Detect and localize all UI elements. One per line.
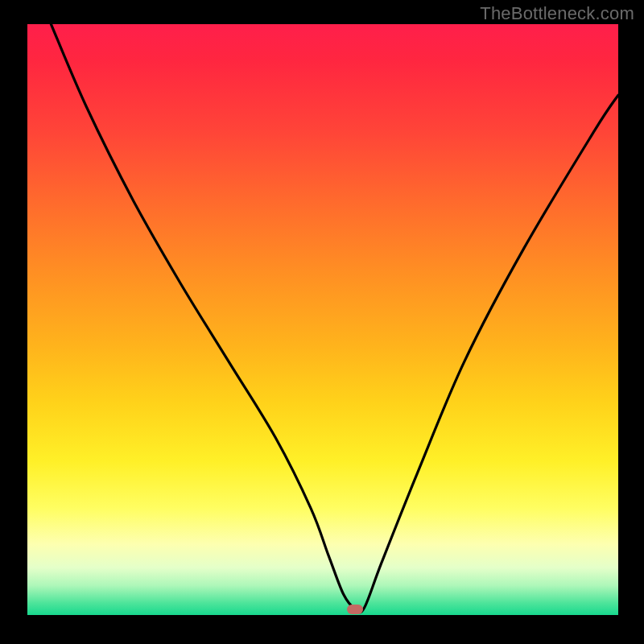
bottleneck-curve: [27, 24, 618, 615]
chart-frame: TheBottleneck.com: [0, 0, 644, 644]
valley-marker: [347, 605, 363, 614]
plot-area: [27, 24, 618, 615]
watermark-text: TheBottleneck.com: [480, 3, 634, 24]
